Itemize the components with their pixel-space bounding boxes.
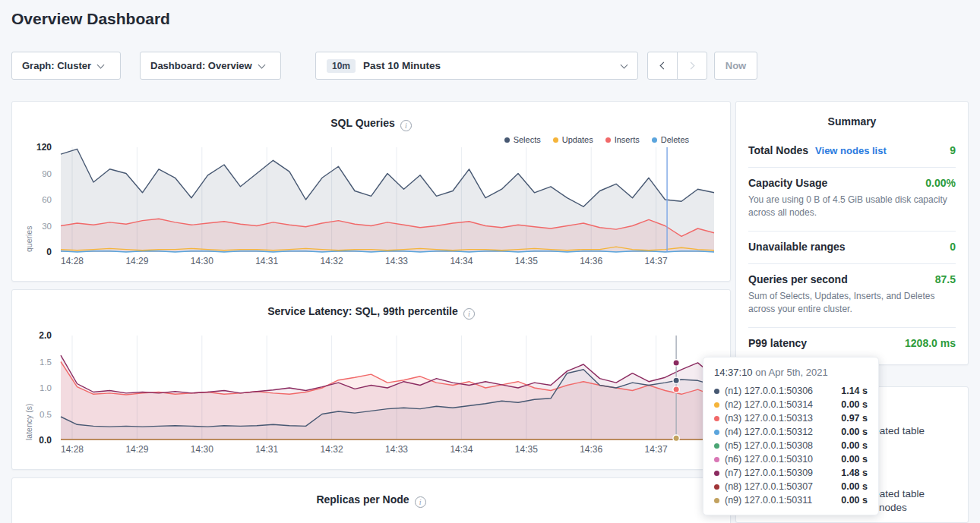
x-tick-label: 14:28	[61, 444, 84, 455]
unavailable-ranges-label: Unavailable ranges	[748, 241, 846, 253]
x-tick-label: 14:31	[255, 256, 278, 266]
legend-dot-icon	[605, 137, 611, 143]
summary-row-qps: Queries per second 87.5 Sum of Selects, …	[748, 263, 956, 327]
x-tick-label: 14:32	[321, 256, 343, 266]
service-latency-chart[interactable]: latency (s) 0.00.51.01.52.0 14:2814:2914…	[61, 336, 714, 440]
view-nodes-list-link[interactable]: View nodes list	[815, 145, 887, 156]
x-tick-label: 14:37	[645, 444, 668, 455]
y-tick-label: 120	[36, 142, 52, 153]
time-range-badge: 10m	[327, 59, 356, 73]
legend-item-updates: Updates	[553, 135, 593, 144]
info-icon[interactable]: i	[415, 496, 426, 508]
sql-queries-chart[interactable]: queries 0306090120 14:2814:2914:3014:311…	[61, 147, 714, 252]
tooltip-date: on Apr 5th, 2021	[753, 367, 828, 378]
y-tick-label: 0.0	[39, 435, 52, 446]
node-latency-value: 0.00 s	[841, 454, 868, 465]
node-label: (n1) 127.0.0.1:50306	[725, 386, 813, 396]
y-axis: 0306090120	[20, 147, 56, 252]
qps-description: Sum of Selects, Updates, Inserts, and De…	[748, 290, 956, 317]
node-color-dot-icon	[714, 430, 719, 435]
x-tick-label: 14:30	[191, 444, 213, 455]
time-range-dropdown[interactable]: 10m Past 10 Minutes	[315, 52, 638, 80]
node-latency-value: 1.14 s	[841, 386, 868, 396]
legend-item-deletes: Deletes	[652, 135, 689, 144]
chevron-down-icon	[258, 61, 265, 68]
node-latency-value: 0.97 s	[841, 413, 868, 424]
legend-item-inserts: Inserts	[605, 135, 640, 144]
sql-queries-panel: SQL Queriesi SelectsUpdatesInsertsDelete…	[11, 101, 731, 282]
capacity-label: Capacity Usage	[748, 177, 827, 189]
tooltip-node-row: (n4) 127.0.0.1:503120.00 s	[714, 425, 868, 439]
y-tick-label: 0.5	[40, 410, 52, 419]
node-label: (n8) 127.0.0.1:50307	[725, 481, 813, 492]
page-title: Overview Dashboard	[11, 10, 170, 28]
chevron-right-icon	[688, 62, 695, 70]
event-item: nodes	[879, 502, 907, 513]
x-tick-label: 14:34	[450, 444, 473, 455]
graph-dropdown[interactable]: Graph: Cluster	[11, 52, 121, 80]
summary-row-p99-latency: P99 latency 1208.0 ms	[748, 327, 956, 360]
legend-label: Updates	[562, 135, 593, 144]
p99-latency-value: 1208.0 ms	[905, 337, 956, 349]
total-nodes-value: 9	[950, 144, 956, 156]
time-prev-button[interactable]	[647, 52, 678, 80]
node-label: (n4) 127.0.0.1:50312	[725, 427, 813, 437]
summary-panel: Summary Total Nodes View nodes list 9 Ca…	[735, 101, 969, 365]
x-tick-label: 14:28	[61, 256, 84, 266]
service-latency-plot	[61, 336, 714, 440]
node-label: (n3) 127.0.0.1:50313	[725, 413, 813, 424]
y-tick-label: 1.5	[40, 358, 52, 367]
node-color-dot-icon	[714, 402, 719, 408]
p99-latency-label: P99 latency	[748, 337, 807, 349]
tooltip-node-row: (n6) 127.0.0.1:503100.00 s	[714, 452, 868, 466]
tooltip-node-row: (n8) 127.0.0.1:503070.00 s	[714, 480, 868, 493]
node-color-dot-icon	[714, 471, 719, 476]
node-color-dot-icon	[714, 484, 719, 490]
dashboard-dropdown[interactable]: Dashboard: Overview	[140, 52, 281, 80]
replicas-per-node-panel: Replicas per Nodei	[11, 477, 731, 523]
time-range-label: Past 10 Minutes	[363, 60, 441, 71]
chevron-down-icon	[97, 61, 105, 68]
tooltip-time: 14:37:10	[714, 367, 753, 378]
legend-label: Deletes	[661, 135, 689, 144]
latency-tooltip-rows: (n1) 127.0.0.1:503061.14 s(n2) 127.0.0.1…	[714, 384, 868, 507]
total-nodes-label: Total Nodes	[748, 144, 808, 156]
summary-row-total-nodes: Total Nodes View nodes list 9	[748, 135, 956, 167]
now-button[interactable]: Now	[714, 52, 757, 80]
node-color-dot-icon	[714, 498, 719, 503]
y-tick-label: 60	[42, 195, 52, 204]
dashboard-dropdown-label: Dashboard: Overview	[150, 60, 252, 71]
chart-legend: SelectsUpdatesInsertsDeletes	[504, 135, 689, 144]
y-tick-label: 0	[46, 247, 52, 257]
capacity-description: You are using 0 B of 4.5 GiB usable disk…	[748, 194, 956, 220]
y-tick-label: 30	[42, 222, 52, 231]
node-label: (n9) 127.0.0.1:50311	[725, 495, 812, 506]
x-tick-label: 14:35	[515, 256, 538, 266]
summary-title: Summary	[748, 115, 956, 128]
legend-item-selects: Selects	[504, 135, 541, 144]
x-tick-label: 14:37	[645, 256, 668, 266]
time-next-button[interactable]	[677, 52, 707, 80]
x-axis: 14:2814:2914:3014:3114:3214:3314:3414:35…	[61, 444, 714, 456]
tooltip-node-row: (n9) 127.0.0.1:503110.00 s	[714, 493, 868, 507]
service-latency-panel: Service Latency: SQL, 99th percentilei l…	[11, 289, 731, 470]
x-tick-label: 14:32	[321, 444, 343, 455]
node-color-dot-icon	[714, 389, 719, 394]
x-tick-label: 14:36	[580, 444, 602, 455]
info-icon[interactable]: i	[463, 308, 475, 320]
x-tick-label: 14:35	[515, 444, 538, 455]
node-latency-value: 1.48 s	[841, 468, 868, 478]
latency-tooltip: 14:37:10 on Apr 5th, 2021 (n1) 127.0.0.1…	[703, 357, 879, 515]
chart-title: Service Latency: SQL, 99th percentile	[267, 305, 458, 317]
legend-label: Inserts	[615, 135, 640, 144]
tooltip-node-row: (n7) 127.0.0.1:503091.48 s	[714, 466, 868, 480]
legend-label: Selects	[514, 135, 541, 144]
node-label: (n7) 127.0.0.1:50309	[725, 468, 813, 478]
info-icon[interactable]: i	[400, 120, 412, 131]
node-label: (n2) 127.0.0.1:50314	[725, 399, 813, 410]
y-axis: 0.00.51.01.52.0	[20, 336, 56, 440]
x-tick-label: 14:29	[125, 444, 148, 455]
y-tick-label: 2.0	[39, 330, 52, 341]
x-tick-label: 14:36	[580, 256, 602, 266]
tooltip-node-row: (n1) 127.0.0.1:503061.14 s	[714, 384, 868, 398]
